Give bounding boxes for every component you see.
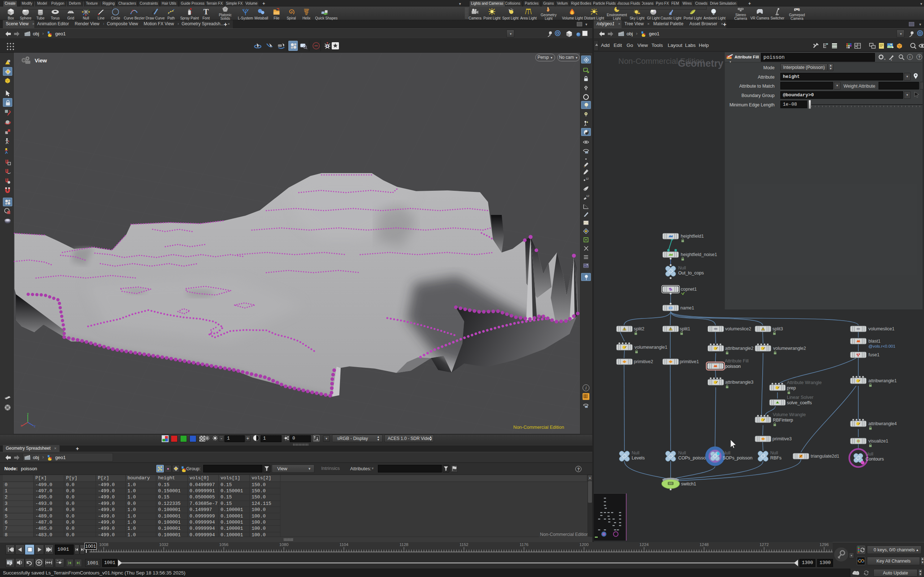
svg-text:1032: 1032 bbox=[159, 542, 168, 547]
svg-text:1104: 1104 bbox=[339, 542, 348, 547]
svg-text:y: y bbox=[27, 413, 29, 416]
svg-text:1056: 1056 bbox=[219, 542, 228, 547]
svg-text:Null: Null bbox=[723, 450, 730, 456]
svg-text:prep: prep bbox=[787, 385, 796, 390]
svg-text:Contours: Contours bbox=[866, 456, 884, 462]
svg-text:visualize1: visualize1 bbox=[868, 438, 888, 443]
svg-text:attribwrangle4: attribwrangle4 bbox=[868, 421, 897, 426]
svg-text:Null: Null bbox=[770, 450, 778, 456]
svg-text:RBFinterp: RBFinterp bbox=[773, 417, 793, 423]
svg-text:volumeslice2: volumeslice2 bbox=[725, 326, 751, 331]
svg-text:12: 12 bbox=[586, 177, 589, 180]
svg-text:Out_to_cops: Out_to_cops bbox=[678, 271, 704, 276]
svg-text:primitive2: primitive2 bbox=[634, 359, 653, 364]
svg-text:primitive3: primitive3 bbox=[772, 436, 792, 442]
svg-text:1272: 1272 bbox=[759, 542, 769, 547]
svg-text:attribwrangle2: attribwrangle2 bbox=[725, 346, 754, 351]
svg-text:SOPs_poisson: SOPs_poisson bbox=[723, 456, 753, 461]
svg-text:x: x bbox=[21, 424, 23, 427]
svg-text:name1: name1 bbox=[680, 305, 694, 311]
svg-text:1296: 1296 bbox=[820, 542, 829, 547]
svg-text:volumewrangle1: volumewrangle1 bbox=[635, 345, 667, 350]
svg-text:1248: 1248 bbox=[699, 542, 709, 547]
svg-text:1128: 1128 bbox=[399, 542, 409, 547]
svg-text:volumewrangle2: volumewrangle2 bbox=[773, 346, 806, 351]
svg-text:Null: Null bbox=[866, 451, 874, 456]
svg-text:z: z bbox=[34, 424, 36, 428]
svg-text:@vols.r<0.001: @vols.r<0.001 bbox=[868, 344, 895, 348]
svg-text:Attribute Wrangle: Attribute Wrangle bbox=[787, 380, 822, 385]
svg-text:attribwrangle1: attribwrangle1 bbox=[868, 378, 897, 384]
svg-text:1200: 1200 bbox=[579, 542, 589, 547]
svg-text:1224: 1224 bbox=[640, 542, 649, 547]
svg-text:Attribute Fill: Attribute Fill bbox=[725, 358, 749, 364]
svg-text:blast1: blast1 bbox=[868, 338, 880, 344]
svg-text:Null: Null bbox=[632, 450, 640, 456]
svg-text:poisson: poisson bbox=[725, 364, 741, 369]
svg-text:triangulate2d1: triangulate2d1 bbox=[811, 454, 839, 459]
svg-text:1152: 1152 bbox=[459, 542, 468, 547]
svg-text:RBFs: RBFs bbox=[770, 456, 782, 461]
svg-text:copnet1: copnet1 bbox=[681, 287, 697, 292]
svg-text:split3: split3 bbox=[772, 326, 783, 331]
svg-text:Levels: Levels bbox=[632, 456, 645, 461]
svg-text:Null: Null bbox=[678, 450, 686, 456]
svg-text:attribwrangle3: attribwrangle3 bbox=[725, 380, 754, 385]
svg-text:Null: Null bbox=[678, 266, 686, 271]
svg-text:Linear Solver: Linear Solver bbox=[787, 395, 814, 400]
svg-text:heightfield_noise1: heightfield_noise1 bbox=[681, 252, 717, 257]
svg-text:volumeslice1: volumeslice1 bbox=[868, 326, 894, 331]
svg-text:1080: 1080 bbox=[279, 542, 289, 547]
svg-text:12: 12 bbox=[586, 194, 589, 198]
svg-text:Volume Wrangle: Volume Wrangle bbox=[773, 412, 806, 417]
svg-text:split1: split1 bbox=[680, 326, 690, 331]
svg-text:solve_coeffs: solve_coeffs bbox=[787, 400, 812, 405]
svg-text:split2: split2 bbox=[634, 326, 644, 331]
svg-text:heightfield1: heightfield1 bbox=[681, 234, 704, 239]
svg-text:fuse1: fuse1 bbox=[868, 352, 880, 357]
svg-text:1008: 1008 bbox=[99, 542, 109, 547]
svg-text:COPs_poisson: COPs_poisson bbox=[678, 456, 708, 461]
svg-text:primitive1: primitive1 bbox=[680, 359, 699, 364]
svg-text:1176: 1176 bbox=[519, 542, 528, 547]
svg-text:switch1: switch1 bbox=[681, 482, 696, 487]
